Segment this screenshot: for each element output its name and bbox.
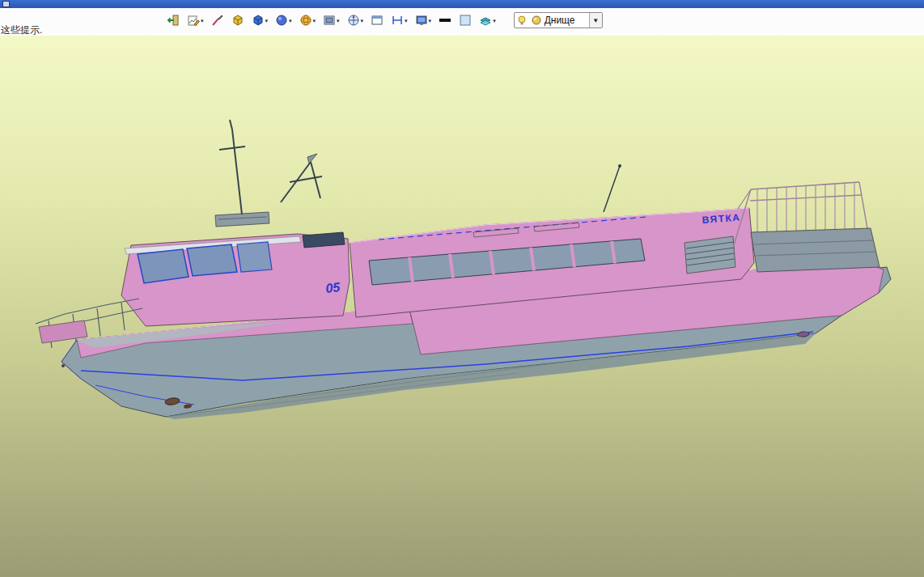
chevron-down-icon[interactable]: ▼ bbox=[589, 13, 602, 28]
texture-box-icon[interactable]: ▾ bbox=[251, 13, 269, 28]
dropdown-arrow-icon[interactable]: ▾ bbox=[201, 18, 204, 23]
dropdown-arrow-icon[interactable]: ▾ bbox=[361, 18, 364, 23]
whip-antenna bbox=[604, 164, 621, 212]
render-preview-icon[interactable]: ▾ bbox=[414, 13, 433, 28]
wireframe-sphere-icon[interactable]: ▾ bbox=[299, 13, 317, 28]
render-toolbar: ▾ ▾ ▾ ▾ ▾ ▾ bbox=[0, 8, 924, 36]
light-bulb-icon bbox=[516, 15, 528, 26]
appearance-combobox[interactable]: Днище ▼ bbox=[514, 12, 603, 28]
save-image-icon[interactable]: ▾ bbox=[186, 13, 205, 28]
window-titlebar bbox=[0, 0, 924, 8]
dimension-icon[interactable]: ▾ bbox=[390, 13, 409, 28]
view-orientation-icon[interactable]: ▾ bbox=[346, 13, 365, 28]
decal-icon[interactable]: ▾ bbox=[322, 13, 341, 28]
dropdown-arrow-icon[interactable]: ▾ bbox=[265, 18, 269, 23]
black-swatch-icon[interactable] bbox=[438, 13, 452, 28]
model-viewport[interactable]: ВЯТКА 05 bbox=[0, 36, 924, 577]
brush-icon[interactable] bbox=[210, 13, 225, 28]
boat-model[interactable]: ВЯТКА 05 bbox=[0, 36, 924, 577]
windshield-glass-3 bbox=[237, 242, 272, 272]
blue-swatch-icon[interactable] bbox=[458, 13, 473, 28]
dropdown-arrow-icon[interactable]: ▾ bbox=[313, 18, 316, 23]
engine-vent-louver bbox=[685, 236, 735, 274]
layers-icon[interactable]: ▾ bbox=[478, 13, 497, 28]
windshield-glass-2 bbox=[187, 244, 237, 276]
status-hint-text: 这些提示. bbox=[1, 23, 42, 37]
dropdown-arrow-icon[interactable]: ▾ bbox=[405, 18, 408, 23]
dropdown-arrow-icon[interactable]: ▾ bbox=[289, 18, 292, 23]
sphere-material-icon[interactable]: ▾ bbox=[274, 13, 293, 28]
dropdown-arrow-icon[interactable]: ▾ bbox=[337, 18, 340, 23]
windshield-glass-1 bbox=[138, 249, 189, 283]
material-box-icon[interactable] bbox=[231, 13, 245, 28]
dropdown-arrow-icon[interactable]: ▾ bbox=[493, 18, 496, 23]
exit-render-icon[interactable] bbox=[166, 13, 180, 28]
main-mast bbox=[219, 120, 245, 214]
appearance-combobox-value: Днище bbox=[544, 15, 589, 26]
aft-mast bbox=[281, 162, 322, 202]
window-system-icon[interactable] bbox=[2, 1, 10, 7]
material-sphere-icon bbox=[531, 15, 542, 26]
hull-number: 05 bbox=[325, 280, 342, 295]
viewport-icon[interactable] bbox=[370, 13, 384, 28]
dropdown-arrow-icon[interactable]: ▾ bbox=[429, 18, 432, 23]
stern-engine-casing bbox=[751, 228, 879, 272]
